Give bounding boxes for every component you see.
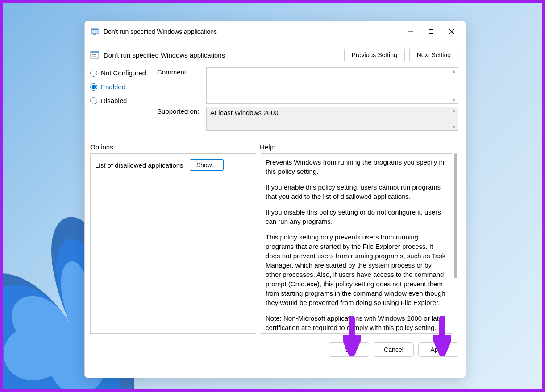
supported-on-value: At least Windows 2000: [210, 109, 279, 116]
minimize-button[interactable]: [400, 24, 421, 40]
help-text: Prevents Windows from running the progra…: [266, 157, 447, 176]
cancel-button[interactable]: Cancel: [374, 342, 414, 357]
svg-rect-4: [429, 29, 433, 33]
options-panel: List of disallowed applications Show...: [90, 153, 256, 334]
close-button[interactable]: [441, 24, 462, 40]
supported-label: Supported on:: [157, 107, 206, 115]
show-button[interactable]: Show...: [190, 159, 224, 171]
app-icon: [90, 27, 99, 36]
help-section-label: Help:: [260, 143, 275, 151]
window-title: Don't run specified Windows applications: [104, 28, 400, 35]
policy-title: Don't run specified Windows applications: [104, 51, 340, 59]
svg-rect-9: [92, 54, 96, 55]
policy-dialog-window: Don't run specified Windows applications…: [84, 21, 466, 378]
radio-label: Not Configured: [101, 69, 146, 77]
previous-setting-button[interactable]: Previous Setting: [344, 48, 405, 62]
comment-scroll[interactable]: ▲▼: [451, 69, 457, 103]
svg-rect-2: [93, 34, 96, 35]
header-row: Don't run specified Windows applications…: [85, 42, 466, 66]
help-text: If you enable this policy setting, users…: [266, 182, 447, 201]
radio-label: Enabled: [101, 83, 125, 91]
supported-scroll[interactable]: ▲▼: [451, 108, 457, 129]
help-text: This policy setting only prevents users …: [266, 232, 447, 307]
radio-not-configured[interactable]: Not Configured: [90, 69, 157, 77]
next-setting-button[interactable]: Next Setting: [409, 48, 458, 62]
ok-button[interactable]: OK: [329, 342, 369, 357]
radio-enabled[interactable]: Enabled: [90, 83, 157, 91]
help-panel: Prevents Windows from running the progra…: [261, 153, 452, 334]
radio-label: Disabled: [101, 97, 127, 104]
comment-label: Comment:: [157, 67, 206, 76]
svg-rect-8: [91, 51, 99, 53]
policy-icon: [90, 50, 99, 59]
help-scrollbar[interactable]: [453, 153, 458, 334]
svg-rect-1: [91, 29, 98, 30]
options-section-label: Options:: [90, 143, 260, 151]
radio-disabled[interactable]: Disabled: [90, 97, 157, 104]
disallowed-apps-label: List of disallowed applications: [95, 161, 183, 169]
svg-rect-10: [92, 56, 96, 57]
maximize-button[interactable]: [421, 24, 441, 40]
help-text: Note: Non-Microsoft applications with Wi…: [266, 314, 447, 332]
comment-textarea[interactable]: ▲▼: [206, 67, 458, 104]
apply-button[interactable]: Apply: [418, 342, 458, 357]
supported-on-box: At least Windows 2000 ▲▼: [206, 107, 458, 131]
help-text: If you disable this policy setting or do…: [266, 207, 447, 226]
titlebar: Don't run specified Windows applications: [85, 21, 466, 42]
